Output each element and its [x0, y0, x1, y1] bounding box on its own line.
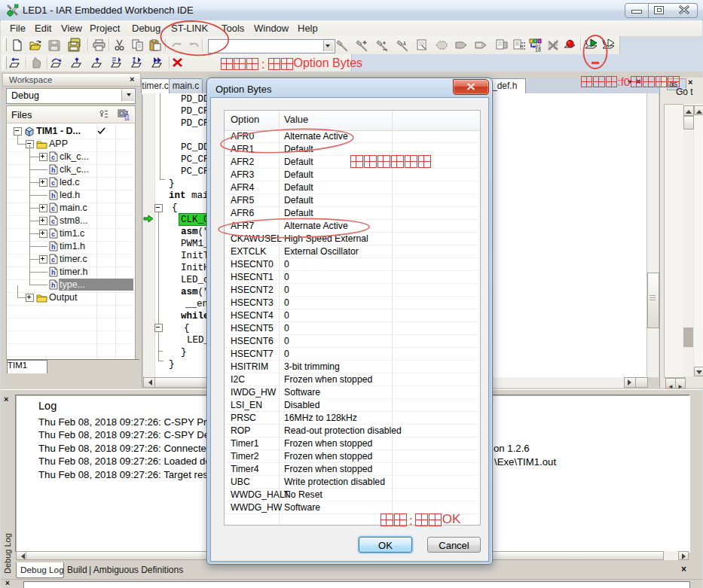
svg-text:c: c — [51, 218, 55, 225]
svg-text:c: c — [51, 230, 55, 238]
svg-text:10: 10 — [535, 48, 541, 52]
svg-text:c: c — [51, 205, 55, 212]
svg-text:h: h — [51, 269, 56, 276]
svg-text:10: 10 — [124, 117, 130, 120]
svg-text:h: h — [51, 192, 56, 200]
svg-text:h: h — [51, 282, 56, 289]
svg-text:c: c — [51, 154, 55, 161]
svg-text:c: c — [51, 256, 55, 264]
svg-text:h: h — [51, 166, 56, 174]
svg-text:c: c — [51, 179, 55, 187]
svg-text:h: h — [51, 243, 56, 251]
